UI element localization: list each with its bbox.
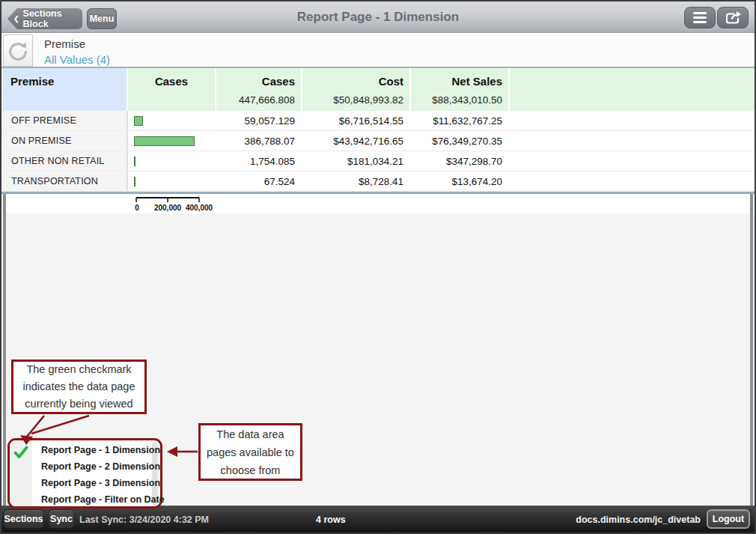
back-button-label: Sections Block [23,8,82,29]
table-row[interactable]: ON PREMISE 386,788.07 $43,942,716.65 $76… [3,131,756,151]
total-cases: 447,666.808 [239,94,295,106]
table-header: Premise Cases Cases 447,666.808 Cost $50… [3,68,756,111]
annotation-checkmark-note: The green checkmark indicates the data p… [11,359,147,414]
bar-on-premise [134,136,195,146]
svg-text:200,000: 200,000 [154,204,182,212]
svg-text:400,000: 400,000 [186,204,213,212]
checkmark-icon [13,445,28,460]
hamburger-icon [693,10,707,25]
column-header-cost[interactable]: Cost $50,848,993.82 [302,68,409,111]
axis-strip: 0 200,000 400,000 [3,194,756,213]
table-row[interactable]: TRANSPORTATION 67.524 $8,728.41 $13,674.… [3,172,756,192]
popup-item-list: Report Page - 1 Dimension Report Page - … [41,442,150,508]
total-cost: $50,848,993.82 [333,94,403,106]
sync-button[interactable]: Sync [48,509,75,529]
share-button[interactable] [717,7,749,28]
logout-button[interactable]: Logout [707,509,750,529]
left-edge-strip [3,194,6,507]
bar-other-non-retail [134,157,135,166]
column-header-cases-chart[interactable]: Cases [128,68,215,111]
column-header-net-sales[interactable]: Net Sales $88,343,010.50 [411,68,508,111]
top-bar: ❮ Sections Block Menu Report Page - 1 Di… [1,1,755,33]
menu-button-label: Menu [90,13,115,24]
bottom-bar: Sections Sync Last Sync: 3/24/2020 4:32 … [1,506,755,533]
page-selection-popup: Report Page - 1 Dimension Report Page - … [7,438,162,509]
menu-button[interactable]: Menu [87,8,117,29]
filter-info: Premise All Values (4) [44,37,110,67]
share-icon [724,10,742,25]
refresh-button[interactable] [3,34,33,67]
last-sync-status: Last Sync: 3/24/2020 4:32 PM [79,506,209,533]
annotation-pages-note: The data area pages available to choose … [198,423,302,481]
filter-dimension-label: Premise [44,37,110,52]
table-row[interactable]: OFF PREMISE 59,057.129 $6,716,514.55 $11… [3,111,756,131]
column-header-premise[interactable]: Premise [3,68,126,111]
app-window: ❮ Sections Block Menu Report Page - 1 Di… [0,0,756,534]
menu-item-report-2-dimension[interactable]: Report Page - 2 Dimension [41,458,150,475]
column-header-cases[interactable]: Cases 447,666.808 [216,68,301,111]
bar-off-premise [134,116,143,126]
row-count-status: 4 rows [316,506,346,533]
filter-bar: Premise All Values (4) [1,33,755,68]
sections-button[interactable]: Sections [3,509,44,529]
menu-item-report-1-dimension[interactable]: Report Page - 1 Dimension [41,442,150,458]
list-menu-button[interactable] [684,7,716,28]
bar-axis: 0 200,000 400,000 [135,195,222,213]
total-net-sales: $88,343,010.50 [432,94,502,106]
table-row[interactable]: OTHER NON RETAIL 1,754.085 $181,034.21 $… [3,151,756,172]
column-header-spacer [510,68,756,111]
server-address: docs.dimins.com/jc_divetab [576,506,701,533]
sections-block-back-button[interactable]: ❮ Sections Block [7,8,82,29]
bar-transportation [134,177,135,186]
back-chevron-icon: ❮ [13,15,19,22]
right-edge-strip [750,194,753,507]
filter-values-link[interactable]: All Values (4) [44,52,110,67]
menu-item-report-3-dimension[interactable]: Report Page - 3 Dimension [41,475,150,491]
table-body: OFF PREMISE 59,057.129 $6,716,514.55 $11… [3,111,756,192]
svg-text:0: 0 [135,204,139,212]
menu-item-report-filter-on-date[interactable]: Report Page - Filter on Date [41,491,150,508]
refresh-icon [7,40,29,62]
